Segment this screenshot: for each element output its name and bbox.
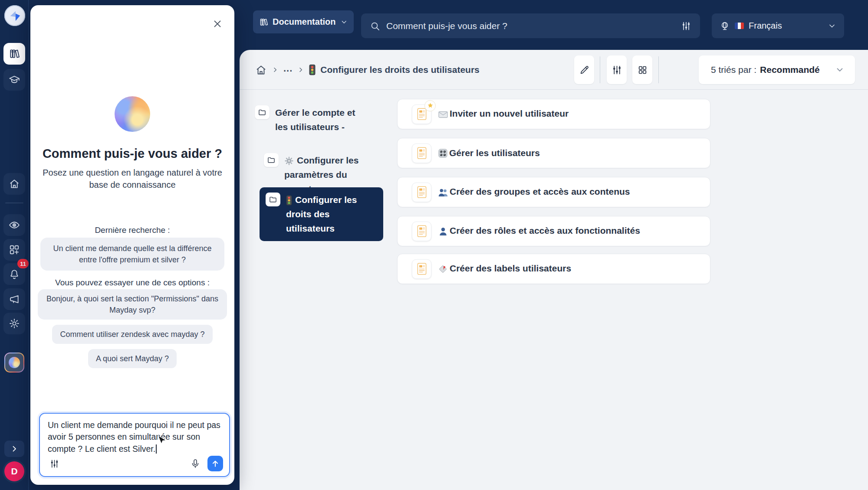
silhouette-icon: [438, 226, 448, 237]
chevron-down-icon: [835, 65, 845, 75]
sidebar-rail: 11 D: [0, 0, 29, 490]
apps-plus-icon: [9, 244, 20, 255]
article-card-manage-users[interactable]: Gérer les utilisateurs: [397, 138, 710, 168]
composer-footer: [40, 455, 229, 472]
option-chip[interactable]: Bonjour, à quoi sert la section "Permiss…: [38, 289, 227, 320]
input-settings-icon[interactable]: [49, 459, 59, 469]
home-icon[interactable]: [255, 64, 267, 76]
envelope-icon: [438, 109, 448, 120]
arrow-up-icon: [210, 459, 220, 468]
global-search-input[interactable]: Comment puis-je vous aider ?: [361, 13, 700, 38]
article-card-invite-user[interactable]: Inviter un nouvel utilisateur: [397, 99, 710, 129]
article-card-groups-access[interactable]: Créer des groupes et accès aux contenus: [397, 177, 710, 207]
article-doc-icon: [412, 183, 431, 202]
language-label: Français: [749, 21, 823, 31]
chevron-right-icon: [272, 66, 279, 73]
search-icon: [370, 21, 380, 31]
tree-item-label: Gérer le compte et les utilisateurs -: [275, 105, 370, 134]
assistant-subtitle: Posez une question en langage naturel à …: [41, 167, 224, 191]
sort-dropdown[interactable]: 5 triés par : Recommandé: [699, 56, 855, 84]
sidebar-item-view[interactable]: [3, 214, 25, 236]
sidebar-item-apps[interactable]: [3, 239, 25, 261]
suggested-options: Bonjour, à quoi sert la section "Permiss…: [37, 289, 228, 368]
edit-button[interactable]: [574, 56, 594, 84]
label-pin-icon: [438, 264, 448, 274]
tree-item-label: Configurer les droits des utilisateurs: [286, 195, 357, 233]
megaphone-icon: [9, 294, 20, 305]
article-card-user-labels[interactable]: Créer des labels utilisateurs: [397, 254, 710, 284]
last-search-label: Dernière recherche :: [30, 225, 234, 235]
article-title: Créer des labels utilisateurs: [450, 263, 571, 273]
breadcrumb: ... Configurer les droits des utilisateu…: [255, 50, 480, 90]
option-chip[interactable]: A quoi sert Mayday ?: [88, 349, 177, 368]
sidebar-item-knowledge-base[interactable]: [3, 43, 25, 65]
article-card-roles-access[interactable]: Créer des rôles et accès aux fonctionnal…: [397, 216, 710, 246]
last-search-chip[interactable]: Un client me demande quelle est la diffé…: [40, 238, 224, 271]
article-title: Inviter un nouvel utilisateur: [450, 108, 569, 118]
sort-prefix: 5 triés par :: [711, 65, 756, 75]
sidebar-item-ai-assistant[interactable]: [4, 353, 24, 372]
search-placeholder: Comment puis-je vous aider ?: [386, 21, 675, 31]
library-books-icon: [259, 17, 268, 27]
toolbar-divider: [600, 56, 600, 83]
sidebar-item-academy[interactable]: [3, 69, 25, 91]
filters-button[interactable]: [607, 56, 627, 84]
assistant-message-input[interactable]: Un client me demande pourquoi il ne peut…: [39, 413, 230, 477]
search-filters-icon[interactable]: [681, 21, 691, 31]
tree-item-account-users[interactable]: Gérer le compte et les utilisateurs -: [255, 105, 370, 134]
notification-badge: 11: [17, 259, 29, 268]
article-doc-icon: [412, 144, 431, 163]
home-icon: [9, 178, 20, 189]
content-header: ... Configurer les droits des utilisateu…: [240, 50, 868, 90]
library-books-icon: [9, 48, 20, 59]
folder-icon: [266, 193, 280, 206]
article-title: Créer des rôles et accès aux fonctionnal…: [450, 225, 640, 235]
close-icon[interactable]: [212, 18, 223, 29]
chevron-right-icon: [10, 444, 19, 453]
tree-item-user-rights[interactable]: Configurer les droits des utilisateurs: [260, 187, 383, 241]
eye-icon: [9, 219, 20, 231]
option-chip[interactable]: Comment utiliser zendesk avec mayday ?: [52, 325, 212, 344]
article-doc-icon: [412, 259, 431, 279]
layout-grid-button[interactable]: [632, 56, 652, 84]
sliders-icon: [612, 65, 622, 75]
folder-icon: [264, 153, 279, 167]
user-avatar[interactable]: D: [4, 461, 24, 481]
chevron-down-icon: [828, 22, 836, 30]
star-badge-icon: [424, 100, 436, 111]
pencil-icon: [579, 65, 590, 75]
french-flag-icon: [735, 23, 744, 29]
send-button[interactable]: [207, 456, 223, 471]
folder-icon: [255, 105, 270, 119]
text-caret: [156, 444, 157, 454]
chevron-down-icon: [340, 18, 348, 26]
bell-icon: [9, 268, 20, 280]
language-selector[interactable]: Français: [712, 13, 844, 38]
workspace-label: Documentation: [273, 17, 336, 27]
two-silhouettes-icon: [438, 187, 448, 198]
graduation-cap-icon: [9, 74, 20, 85]
sidebar-divider: [5, 203, 23, 203]
sidebar-item-announcements[interactable]: [3, 288, 25, 310]
ai-orb: [115, 96, 150, 132]
breadcrumb-ellipsis[interactable]: ...: [283, 63, 293, 74]
sidebar-item-home[interactable]: [3, 173, 25, 195]
article-doc-icon: [412, 222, 431, 241]
sidebar-item-settings[interactable]: [3, 313, 25, 334]
input-value: Un client me demande pourquoi il ne peut…: [48, 420, 220, 454]
microphone-icon[interactable]: [190, 458, 201, 469]
article-title: Créer des groupes et accès aux contenus: [450, 186, 630, 196]
traffic-light-icon: [309, 64, 316, 75]
options-label: Vous pouvez essayer une de ces options :: [30, 278, 234, 287]
article-title: Gérer les utilisateurs: [449, 148, 540, 158]
expand-sidebar-button[interactable]: [4, 441, 24, 457]
app-logo[interactable]: [4, 5, 25, 26]
chevron-right-icon: [297, 66, 304, 73]
grid-icon: [637, 65, 648, 75]
traffic-light-icon: [286, 195, 292, 206]
ai-assistant-panel: Comment puis-je vous aider ? Posez une q…: [30, 5, 234, 485]
workspace-selector[interactable]: Documentation: [253, 10, 354, 33]
toolbar-divider: [658, 56, 659, 83]
assistant-title: Comment puis-je vous aider ?: [30, 147, 234, 161]
gear-icon: [9, 318, 20, 329]
